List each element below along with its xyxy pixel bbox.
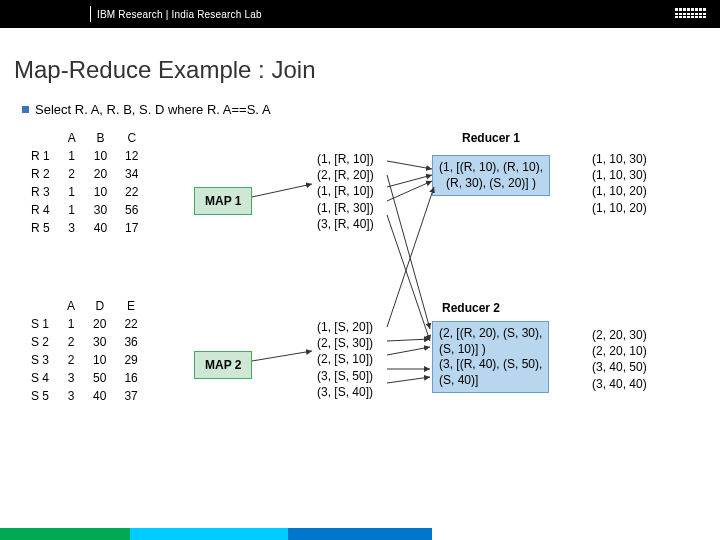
svg-line-0: [252, 184, 312, 197]
table-row: R 222034: [22, 165, 147, 183]
svg-line-6: [387, 215, 430, 341]
svg-line-1: [252, 351, 312, 361]
cell: 30: [85, 201, 116, 219]
cell: 20: [84, 315, 115, 333]
cell: 37: [115, 387, 146, 405]
svg-line-7: [387, 187, 434, 327]
cell: 2: [58, 351, 84, 369]
table-s: ADES 112022S 223036S 321029S 435016S 534…: [22, 297, 147, 405]
map2-output: (1, [S, 20]) (2, [S, 30]) (2, [S, 10]) (…: [317, 319, 373, 400]
cell: R 1: [22, 147, 59, 165]
cell: 3: [58, 369, 84, 387]
cell: 3: [59, 219, 85, 237]
table-row: S 321029: [22, 351, 147, 369]
table-row: S 223036: [22, 333, 147, 351]
cell: 16: [115, 369, 146, 387]
header-left: IBM Research | India Research Lab: [0, 6, 262, 22]
brand-text: IBM Research | India Research Lab: [97, 9, 262, 20]
svg-line-9: [387, 347, 430, 355]
svg-line-2: [387, 161, 432, 169]
svg-line-11: [387, 377, 430, 383]
cell: 1: [58, 315, 84, 333]
query-line: Select R. A, R. B, S. D where R. A==S. A: [22, 102, 710, 117]
col-header: A: [59, 129, 85, 147]
col-header: C: [116, 129, 147, 147]
footer-stripe: [0, 528, 720, 540]
cell: R 3: [22, 183, 59, 201]
cell: 29: [115, 351, 146, 369]
cell: 1: [59, 183, 85, 201]
cell: 10: [85, 147, 116, 165]
table-r: ABCR 111012R 222034R 311022R 413056R 534…: [22, 129, 147, 237]
cell: 40: [85, 219, 116, 237]
cell: 10: [85, 183, 116, 201]
col-header: [22, 129, 59, 147]
cell: 2: [58, 333, 84, 351]
cell: 1: [59, 147, 85, 165]
header-divider: [90, 6, 91, 22]
svg-line-4: [387, 175, 432, 187]
reducer1-input: (1, [(R, 10), (R, 10), (R, 30), (S, 20)]…: [432, 155, 550, 196]
cell: R 5: [22, 219, 59, 237]
table-row: R 311022: [22, 183, 147, 201]
col-header: B: [85, 129, 116, 147]
cell: S 1: [22, 315, 58, 333]
table-row: R 111012: [22, 147, 147, 165]
cell: 20: [85, 165, 116, 183]
map1-box: MAP 1: [194, 187, 252, 215]
cell: 56: [116, 201, 147, 219]
map2-box: MAP 2: [194, 351, 252, 379]
header: IBM Research | India Research Lab: [0, 0, 720, 28]
col-header: [22, 297, 58, 315]
cell: 40: [84, 387, 115, 405]
cell: R 4: [22, 201, 59, 219]
reducer1-label: Reducer 1: [462, 131, 520, 145]
svg-line-3: [387, 175, 430, 329]
cell: 36: [115, 333, 146, 351]
cell: 30: [84, 333, 115, 351]
cell: 10: [84, 351, 115, 369]
cell: 3: [58, 387, 84, 405]
reducer2-label: Reducer 2: [442, 301, 500, 315]
output2: (2, 20, 30) (2, 20, 10) (3, 40, 50) (3, …: [592, 327, 647, 392]
cell: 12: [116, 147, 147, 165]
cell: R 2: [22, 165, 59, 183]
map1-output: (1, [R, 10]) (2, [R, 20]) (1, [R, 10]) (…: [317, 151, 374, 232]
cell: 50: [84, 369, 115, 387]
col-header: A: [58, 297, 84, 315]
cell: 17: [116, 219, 147, 237]
cell: 22: [115, 315, 146, 333]
cell: 22: [116, 183, 147, 201]
cell: 1: [59, 201, 85, 219]
cell: 2: [59, 165, 85, 183]
cell: S 2: [22, 333, 58, 351]
table-row: R 413056: [22, 201, 147, 219]
reducer2-input: (2, [(R, 20), (S, 30), (S, 10)] ) (3, [(…: [432, 321, 549, 393]
output1: (1, 10, 30) (1, 10, 30) (1, 10, 20) (1, …: [592, 151, 647, 216]
ibm-logo-icon: [675, 8, 706, 20]
table-row: S 112022: [22, 315, 147, 333]
query-text: Select R. A, R. B, S. D where R. A==S. A: [35, 102, 271, 117]
table-row: S 435016: [22, 369, 147, 387]
slide-body: Select R. A, R. B, S. D where R. A==S. A…: [0, 92, 720, 509]
col-header: E: [115, 297, 146, 315]
svg-line-5: [387, 181, 432, 201]
table-row: S 534037: [22, 387, 147, 405]
cell: S 4: [22, 369, 58, 387]
cell: S 5: [22, 387, 58, 405]
col-header: D: [84, 297, 115, 315]
cell: 34: [116, 165, 147, 183]
diagram: ABCR 111012R 222034R 311022R 413056R 534…: [22, 129, 710, 509]
slide-title: Map-Reduce Example : Join: [0, 28, 720, 92]
table-row: R 534017: [22, 219, 147, 237]
cell: S 3: [22, 351, 58, 369]
svg-line-8: [387, 339, 430, 341]
bullet-icon: [22, 106, 29, 113]
